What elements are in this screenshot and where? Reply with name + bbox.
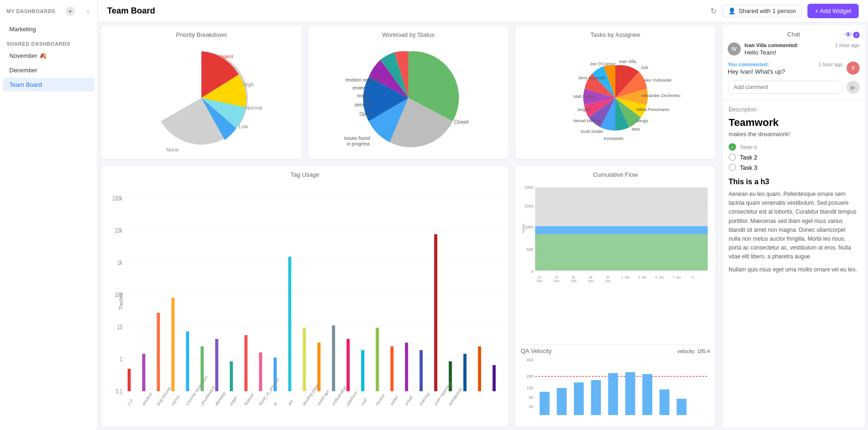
svg-text:1.0: 1.0	[127, 398, 133, 407]
chat-text-1: Hello Team!	[744, 49, 860, 56]
collapse-sidebar-button[interactable]: ‹	[85, 6, 91, 16]
sidebar-item-team-board[interactable]: Team Board	[3, 78, 95, 91]
svg-text:Jerry Krusinski: Jerry Krusinski	[578, 76, 606, 80]
sidebar-item-november[interactable]: November 🍂	[3, 49, 95, 62]
task-item-1: ✓ Task 1	[729, 143, 859, 151]
svg-text:22.: 22.	[537, 276, 542, 279]
chat-author-2: You commented:	[728, 62, 769, 67]
svg-rect-136	[660, 389, 669, 415]
svg-rect-59	[376, 328, 379, 391]
svg-text:Zeb: Zeb	[641, 65, 648, 70]
svg-text:ios: ios	[287, 398, 293, 407]
svg-text:0: 0	[531, 269, 533, 274]
priority-pie-container: Urgent High Normal Low None	[107, 42, 296, 154]
svg-text:Wes: Wes	[632, 127, 640, 132]
task-2-label: Task 2	[740, 154, 758, 161]
svg-text:Dec: Dec	[606, 279, 612, 283]
task-3-check[interactable]	[729, 164, 736, 171]
svg-text:Alexander Zinchenko: Alexander Zinchenko	[641, 93, 681, 98]
svg-text:1. Jan: 1. Jan	[621, 276, 630, 279]
svg-text:26.: 26.	[572, 276, 576, 279]
cumulative-widget: Cumulative Flow 2000 1500 1000 500 0 Tas…	[515, 165, 716, 427]
svg-text:500: 500	[527, 247, 534, 252]
refresh-button[interactable]: ↻	[710, 7, 716, 15]
task-item-3: Task 3	[729, 164, 859, 171]
svg-text:1k: 1k	[117, 259, 123, 266]
chat-author-1: Ivan Villa commented:	[744, 42, 799, 48]
dashboard-grid: Priority Breakdown Urgent High No	[98, 22, 868, 430]
add-widget-button[interactable]: + Add Widget	[807, 4, 859, 18]
svg-text:in progress: in progress	[347, 141, 370, 146]
task-item-2: Task 2	[729, 153, 859, 161]
svg-text:60: 60	[529, 404, 533, 409]
task-2-check[interactable]	[729, 153, 736, 161]
sidebar-item-december[interactable]: December	[3, 63, 95, 77]
chat-text-2: Hey Ivan! What's up?	[728, 68, 843, 75]
svg-rect-53	[288, 257, 291, 391]
tasks-by-assignee-title: Tasks by Assignee	[521, 31, 710, 38]
svg-text:5. Jan: 5. Jan	[655, 276, 664, 279]
assignee-pie-container: Ivan Villa Zeb Joe O'Connor Alex Yurkows…	[521, 42, 710, 154]
svg-text:Nikita Ponomarev: Nikita Ponomarev	[636, 107, 670, 112]
description-label: Description	[729, 106, 859, 113]
sidebar-my-dashboards-header: MY DASHBOARDS + ‹	[0, 0, 97, 22]
svg-text:canny: canny	[171, 393, 180, 407]
svg-text:Normal: Normal	[246, 105, 262, 111]
svg-rect-129	[540, 392, 550, 415]
svg-text:edge: edge	[229, 395, 238, 407]
svg-text:Alex Yurkowski: Alex Yurkowski	[643, 78, 671, 83]
svg-rect-56	[332, 326, 335, 391]
svg-text:10: 10	[117, 323, 122, 331]
eye-count: 2	[853, 32, 860, 38]
svg-rect-137	[676, 399, 686, 415]
task-list: ✓ Task 1 Task 2 Task 3	[729, 143, 859, 171]
add-comment-input[interactable]	[728, 81, 844, 94]
chat-time-2: 1 hour ago	[818, 62, 843, 67]
svg-text:10k: 10k	[115, 227, 123, 234]
svg-rect-58	[361, 350, 365, 391]
svg-text:Sergiy: Sergiy	[636, 118, 648, 123]
tag-usage-chart: 100k 10k 1k 100 10 1 0.1 Tasks	[107, 182, 503, 421]
svg-text:review: review	[352, 85, 366, 90]
svg-rect-46	[186, 332, 189, 391]
workload-pie-container: revision needed review ready pending Ope…	[314, 42, 503, 154]
svg-text:pending: pending	[355, 102, 372, 107]
task-3-label: Task 3	[740, 164, 758, 171]
send-button[interactable]: ▶	[847, 81, 860, 94]
svg-rect-132	[591, 380, 601, 415]
svg-text:Dec: Dec	[588, 279, 594, 283]
svg-rect-51	[259, 353, 262, 391]
svg-rect-54	[303, 328, 306, 391]
svg-text:1000: 1000	[524, 225, 533, 229]
add-dashboard-button[interactable]: +	[66, 7, 75, 16]
chat-input-row: ▶	[728, 81, 860, 94]
chat-time-1: 1 hour ago	[835, 42, 860, 48]
description-body: Aenean eu leo quam. Pellentesque ornare …	[729, 190, 859, 262]
svg-text:Matt Lewis: Matt Lewis	[573, 94, 594, 99]
svg-text:null: null	[360, 397, 367, 407]
svg-rect-57	[346, 339, 350, 391]
svg-rect-131	[574, 382, 584, 415]
svg-text:Scott Snider: Scott Snider	[580, 129, 603, 134]
shared-button[interactable]: 👤 Shared with 1 person	[722, 5, 802, 17]
priority-breakdown-title: Priority Breakdown	[107, 31, 296, 38]
description-heading: Teamwork	[729, 117, 859, 129]
sidebar-item-marketing[interactable]: Marketing	[3, 22, 95, 36]
tasks-by-assignee-widget: Tasks by Assignee	[515, 25, 716, 160]
topbar: Team Board ↻ 👤 Shared with 1 person + Ad…	[98, 0, 868, 22]
velocity-value: velocity: 185.4	[677, 348, 710, 354]
shared-dashboards-label: SHARED DASHBOARDS	[0, 36, 97, 49]
svg-rect-62	[420, 350, 423, 391]
tag-usage-widget: Tag Usage 100k 10k 1k 100 10 1 0.1 Tasks	[101, 165, 509, 427]
topbar-actions: ↻ 👤 Shared with 1 person + Add Widget	[710, 4, 859, 18]
right-panel: Chat 👁 2 IV Ivan Villa commented: 1 hour…	[722, 25, 865, 427]
user-icon: 👤	[728, 7, 736, 14]
task-1-label: Task 1	[740, 144, 758, 151]
svg-rect-48	[215, 339, 219, 391]
svg-text:3. Jan: 3. Jan	[638, 276, 647, 279]
svg-text:1500: 1500	[524, 204, 533, 208]
svg-text:safari: safari	[390, 394, 399, 407]
svg-text:Tasks: Tasks	[118, 293, 124, 310]
task-1-check[interactable]: ✓	[729, 143, 736, 151]
svg-text:review: review	[375, 392, 385, 407]
